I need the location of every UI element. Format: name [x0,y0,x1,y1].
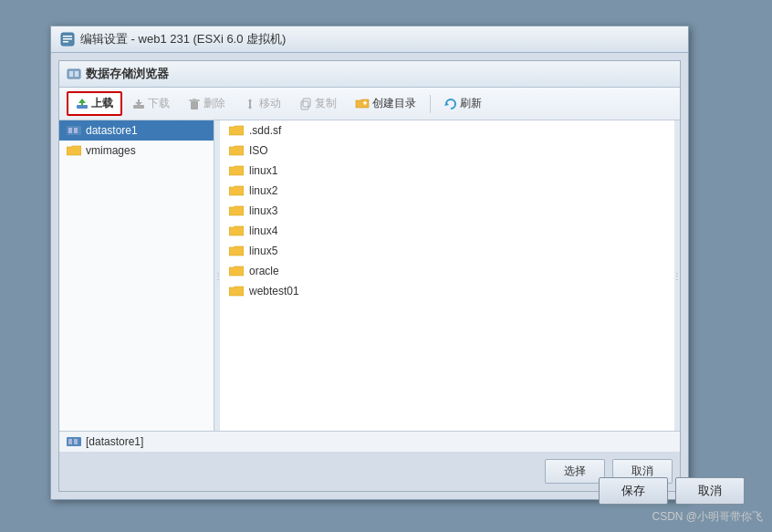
svg-rect-1 [63,36,72,37]
refresh-icon [444,98,457,110]
main-footer: 保存 取消 [599,477,745,505]
outer-title-bar: 编辑设置 - web1 231 (ESXi 6.0 虚拟机) [51,26,688,53]
browser-container: 数据存储浏览器 上载 下载 [58,60,681,492]
upload-button[interactable]: 上载 [67,91,122,116]
folder-icon [229,265,244,277]
content-area: datastore1 vmimages ⋮ .sdd.sf [59,120,680,431]
move-icon [244,98,256,110]
svg-rect-22 [74,128,78,133]
svg-rect-13 [193,99,196,100]
files-pane[interactable]: .sdd.sf ISO linux1 [220,120,674,431]
delete-icon [188,98,201,110]
status-datastore-icon [67,435,81,448]
tree-item-vmimages[interactable]: vmimages [59,141,214,161]
refresh-button[interactable]: 刷新 [436,92,490,115]
outer-dialog: 编辑设置 - web1 231 (ESXi 6.0 虚拟机) 数据存储浏览器 上… [50,26,689,500]
download-button[interactable]: 下载 [124,92,178,115]
outer-title-text: 编辑设置 - web1 231 (ESXi 6.0 虚拟机) [80,31,286,47]
folder-icon [229,144,244,157]
folder-icon [67,144,81,157]
folder-icon [229,204,244,217]
svg-rect-3 [63,41,68,43]
status-text: [datastore1] [86,435,143,448]
move-button[interactable]: 移动 [235,92,289,115]
file-item-linux3[interactable]: linux3 [220,201,674,221]
create-dir-icon [355,98,370,110]
folder-icon [229,224,244,237]
folder-icon [229,124,244,137]
svg-rect-18 [364,100,366,104]
file-item-webtest01[interactable]: webtest01 [220,281,674,301]
svg-rect-2 [63,38,72,40]
folder-icon [229,245,244,257]
datastore-browser-icon [67,67,81,81]
svg-marker-10 [135,99,142,106]
browser-title-bar: 数据存储浏览器 [59,61,680,88]
file-item-sdd[interactable]: .sdd.sf [220,120,674,141]
svg-marker-14 [248,99,252,110]
file-item-linux4[interactable]: linux4 [220,221,674,241]
svg-rect-25 [74,439,78,444]
file-item-linux2[interactable]: linux2 [220,181,674,201]
folder-icon [229,285,244,297]
copy-button[interactable]: 复制 [291,92,345,115]
select-button[interactable]: 选择 [545,459,605,484]
file-item-linux5[interactable]: linux5 [220,241,674,261]
dialog-footer: 选择 取消 [59,452,680,491]
svg-rect-15 [303,99,310,107]
status-bar: [datastore1] [59,431,680,452]
download-icon [132,98,145,110]
folder-icon [229,184,244,197]
svg-rect-21 [68,128,72,133]
file-item-iso[interactable]: ISO [220,141,674,161]
svg-rect-5 [69,71,73,77]
toolbar: 上载 下载 删除 [59,88,680,120]
tree-item-datastore1[interactable]: datastore1 [59,120,214,141]
delete-button[interactable]: 删除 [180,92,234,115]
create-dir-button[interactable]: 创建目录 [347,92,424,115]
svg-rect-16 [301,101,308,110]
file-item-linux1[interactable]: linux1 [220,161,674,181]
cancel-button[interactable]: 取消 [675,477,745,505]
svg-rect-6 [75,71,78,77]
svg-marker-19 [444,102,449,106]
settings-icon [60,32,75,47]
svg-rect-24 [68,439,72,444]
browser-title-text: 数据存储浏览器 [86,66,169,82]
watermark: CSDN @小明哥带你飞 [652,509,763,525]
datastore-icon [67,124,81,137]
svg-marker-8 [78,99,86,106]
svg-rect-11 [191,101,198,110]
toolbar-separator [430,95,431,113]
file-item-oracle[interactable]: oracle [220,261,674,281]
copy-icon [299,98,312,110]
save-button[interactable]: 保存 [599,477,668,505]
folder-icon [229,164,244,177]
upload-icon [76,98,89,110]
tree-pane[interactable]: datastore1 vmimages [59,120,214,431]
files-resize-handle[interactable]: ⋮ [674,120,680,431]
